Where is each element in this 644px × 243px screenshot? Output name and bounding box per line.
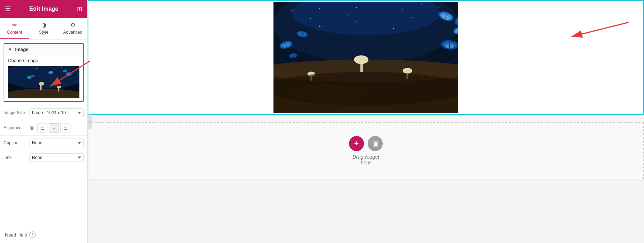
svg-point-23: [291, 10, 292, 11]
image-column-right: [458, 1, 643, 114]
alignment-label: Alignment: [4, 125, 29, 130]
image-column-center: [273, 1, 458, 114]
tab-style[interactable]: ◑ Style: [29, 18, 58, 39]
alignment-row: Alignment 🖥 ☰ ≡ ☰: [0, 120, 87, 136]
svg-point-10: [63, 70, 67, 73]
add-widget-button[interactable]: +: [349, 136, 364, 151]
svg-point-1: [8, 66, 79, 89]
tab-style-label: Style: [39, 30, 49, 35]
svg-point-14: [54, 70, 55, 70]
svg-point-46: [406, 26, 407, 27]
sidebar: ☰ Edit Image ⊞ ✏ Content ◑ Style ⚙ Advan…: [0, 0, 88, 243]
svg-point-9: [48, 71, 53, 74]
help-question-mark: ?: [31, 233, 33, 237]
collapse-handle[interactable]: ‹: [87, 115, 92, 129]
image-preview-thumbnail[interactable]: [8, 66, 79, 98]
svg-point-28: [375, 5, 376, 6]
svg-point-82: [355, 56, 367, 63]
drag-widget-area: + ▣ Drag widget here: [349, 136, 383, 165]
svg-point-39: [307, 22, 307, 22]
svg-point-41: [334, 41, 335, 41]
image-thumbnail-inner: [8, 66, 79, 98]
svg-point-47: [424, 37, 425, 38]
svg-point-31: [440, 7, 440, 8]
svg-point-34: [384, 13, 385, 13]
svg-point-85: [404, 69, 411, 73]
tab-advanced[interactable]: ⚙ Advanced: [58, 18, 87, 39]
alignment-buttons: ☰ ≡ ☰: [37, 123, 70, 132]
image-size-label: Image Size: [4, 110, 29, 115]
svg-point-78: [356, 21, 357, 22]
choose-image-label: Choose Image: [8, 58, 79, 63]
caption-row: Caption None: [0, 136, 87, 150]
section-title: Image: [15, 47, 29, 52]
svg-point-38: [295, 35, 296, 36]
svg-point-79: [393, 28, 394, 29]
section-body: Choose Image: [4, 55, 83, 101]
link-select[interactable]: None: [29, 153, 84, 162]
svg-point-8: [31, 75, 35, 77]
svg-point-4: [39, 82, 45, 86]
svg-point-36: [430, 13, 431, 13]
svg-point-43: [365, 35, 366, 36]
main-image-display[interactable]: [273, 2, 458, 113]
svg-point-40: [325, 29, 326, 30]
svg-point-7: [27, 76, 32, 79]
need-help-label: Need Help: [5, 232, 27, 238]
svg-point-25: [319, 8, 320, 9]
svg-point-35: [411, 17, 412, 18]
svg-point-44: [380, 22, 381, 22]
tab-content[interactable]: ✏ Content: [0, 18, 29, 39]
folder-button[interactable]: ▣: [368, 136, 383, 151]
grid-icon[interactable]: ⊞: [77, 5, 82, 13]
svg-point-45: [393, 33, 394, 33]
half-circle-icon: ◑: [41, 22, 46, 28]
help-icon[interactable]: ?: [29, 232, 36, 238]
link-label: Link: [4, 155, 29, 160]
need-help-section: Need Help ?: [0, 226, 87, 243]
tabs-bar: ✏ Content ◑ Style ⚙ Advanced: [0, 18, 87, 39]
tab-content-label: Content: [7, 30, 22, 35]
tab-advanced-label: Advanced: [63, 30, 82, 35]
drag-label: Drag widget here: [353, 154, 380, 165]
sidebar-header: ☰ Edit Image ⊞: [0, 0, 87, 18]
monitor-icon: 🖥: [29, 125, 34, 131]
empty-section: + ▣ Drag widget here: [88, 122, 644, 179]
panel-title: Edit Image: [29, 6, 59, 12]
svg-point-11: [66, 73, 72, 76]
image-size-select[interactable]: Large - 1024 x 10: [29, 108, 84, 117]
hamburger-icon[interactable]: ☰: [5, 5, 11, 13]
align-left-button[interactable]: ☰: [37, 123, 47, 132]
svg-point-77: [319, 25, 321, 27]
svg-point-32: [310, 18, 311, 19]
folder-icon: ▣: [372, 140, 378, 148]
svg-point-33: [347, 15, 348, 15]
svg-point-26: [338, 4, 339, 4]
sidebar-content: ▼ Image Choose Image: [0, 39, 87, 226]
svg-point-48: [440, 24, 440, 24]
svg-point-37: [282, 24, 283, 24]
image-section-box: ▼ Image Choose Image: [4, 43, 84, 102]
svg-point-15: [61, 67, 62, 68]
gear-icon: ⚙: [70, 22, 75, 28]
align-center-button[interactable]: ≡: [49, 123, 59, 132]
svg-point-30: [421, 4, 422, 4]
svg-point-13: [36, 68, 37, 69]
pencil-icon: ✏: [12, 22, 17, 28]
svg-point-12: [22, 71, 23, 71]
svg-point-24: [301, 5, 302, 6]
drag-buttons: + ▣: [349, 136, 383, 151]
plus-icon: +: [354, 139, 359, 148]
caption-select[interactable]: None: [29, 139, 84, 147]
svg-point-27: [356, 7, 357, 8]
svg-point-29: [402, 9, 403, 10]
main-canvas: + ▣ Drag widget here: [88, 0, 644, 243]
image-column-left: [88, 1, 273, 114]
section-header[interactable]: ▼ Image: [4, 44, 83, 55]
canvas-inner: + ▣ Drag widget here: [88, 0, 644, 243]
image-widget-section: [88, 0, 644, 115]
svg-point-42: [351, 26, 351, 27]
link-row: Link None: [0, 150, 87, 165]
svg-point-6: [57, 86, 61, 89]
align-right-button[interactable]: ☰: [60, 123, 70, 132]
